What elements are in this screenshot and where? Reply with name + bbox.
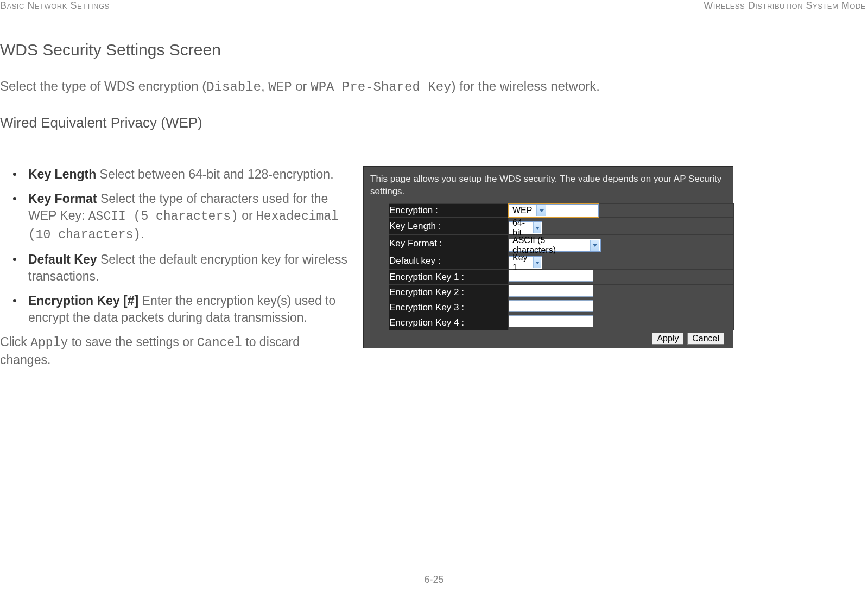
intro-suffix: ) for the wireless network. bbox=[452, 79, 600, 93]
header-right: Wireless Distribution System Mode bbox=[704, 0, 866, 11]
note-cancel: Cancel bbox=[197, 336, 242, 350]
chevron-down-icon bbox=[533, 222, 541, 233]
table-row: Encryption Key 4 : bbox=[389, 315, 734, 330]
list-item: Default Key Select the default encryptio… bbox=[13, 251, 350, 285]
desc-key-format-post: . bbox=[141, 227, 144, 241]
intro-option-disable: Disable bbox=[206, 80, 261, 94]
settings-table: Encryption : WEP Key Length : 64-bit bbox=[389, 203, 734, 330]
intro-prefix: Select the type of WDS encryption ( bbox=[0, 79, 206, 93]
wds-security-panel: This page allows you setup the WDS secur… bbox=[363, 166, 733, 348]
note-apply: Apply bbox=[30, 336, 68, 350]
note-p1: Click bbox=[0, 335, 30, 349]
encryption-select-value: WEP bbox=[510, 206, 534, 215]
label-ek2: Encryption Key 2 : bbox=[389, 285, 509, 300]
intro-option-wpa: WPA Pre-Shared Key bbox=[311, 80, 451, 94]
default-key-select[interactable]: Key 1 bbox=[509, 256, 542, 269]
apply-button[interactable]: Apply bbox=[652, 333, 683, 345]
desc-key-format-mid: or bbox=[238, 208, 256, 222]
definition-list: Key Length Select between 64-bit and 128… bbox=[0, 166, 350, 326]
header-left: Basic Network Settings bbox=[0, 0, 110, 11]
chevron-down-icon bbox=[590, 240, 599, 251]
table-row: Encryption : WEP bbox=[389, 204, 734, 218]
page-number: 6-25 bbox=[0, 574, 868, 585]
panel-description: This page allows you setup the WDS secur… bbox=[369, 172, 727, 203]
term-encryption-key: Encryption Key [#] bbox=[28, 294, 138, 308]
label-ek3: Encryption Key 3 : bbox=[389, 300, 509, 315]
encryption-key-3-input[interactable] bbox=[509, 300, 593, 312]
intro-paragraph: Select the type of WDS encryption (Disab… bbox=[0, 78, 868, 96]
default-key-select-value: Key 1 bbox=[510, 253, 531, 272]
subheading-wep: Wired Equivalent Privacy (WEP) bbox=[0, 114, 868, 131]
encryption-key-4-input[interactable] bbox=[509, 315, 593, 327]
table-row: Key Length : 64-bit bbox=[389, 218, 734, 235]
desc-key-length: Select between 64-bit and 128-encryption… bbox=[96, 167, 333, 181]
key-format-select-value: ASCII (5 characters) bbox=[510, 235, 588, 255]
desc-key-format-m1: ASCII (5 characters) bbox=[88, 209, 238, 224]
term-key-length: Key Length bbox=[28, 167, 96, 181]
label-key-format: Key Format : bbox=[389, 235, 509, 252]
label-encryption: Encryption : bbox=[389, 204, 509, 218]
label-ek1: Encryption Key 1 : bbox=[389, 270, 509, 285]
chevron-down-icon bbox=[536, 205, 546, 216]
list-item: Encryption Key [#] Enter the encryption … bbox=[13, 292, 350, 326]
intro-sep2: or bbox=[292, 79, 311, 93]
apply-cancel-note: Click Apply to save the settings or Canc… bbox=[0, 334, 350, 368]
table-row: Key Format : ASCII (5 characters) bbox=[389, 235, 734, 252]
term-key-format: Key Format bbox=[28, 192, 97, 206]
encryption-key-2-input[interactable] bbox=[509, 285, 593, 297]
key-length-select-value: 64-bit bbox=[510, 218, 531, 238]
key-length-select[interactable]: 64-bit bbox=[509, 221, 542, 234]
term-default-key: Default Key bbox=[28, 252, 97, 266]
list-item: Key Format Select the type of characters… bbox=[13, 190, 350, 243]
chevron-down-icon bbox=[533, 257, 541, 268]
intro-option-wep: WEP bbox=[268, 80, 292, 94]
label-default-key: Default key : bbox=[389, 252, 509, 270]
page-title: WDS Security Settings Screen bbox=[0, 41, 868, 59]
cancel-button[interactable]: Cancel bbox=[687, 333, 724, 345]
list-item: Key Length Select between 64-bit and 128… bbox=[13, 166, 350, 183]
table-row: Encryption Key 2 : bbox=[389, 285, 734, 300]
intro-sep1: , bbox=[261, 79, 268, 93]
label-ek4: Encryption Key 4 : bbox=[389, 315, 509, 330]
encryption-select[interactable]: WEP bbox=[509, 204, 599, 217]
label-key-length: Key Length : bbox=[389, 218, 509, 235]
key-format-select[interactable]: ASCII (5 characters) bbox=[509, 239, 601, 252]
table-row: Encryption Key 1 : bbox=[389, 270, 734, 285]
table-row: Encryption Key 3 : bbox=[389, 300, 734, 315]
note-p2: to save the settings or bbox=[68, 335, 197, 349]
